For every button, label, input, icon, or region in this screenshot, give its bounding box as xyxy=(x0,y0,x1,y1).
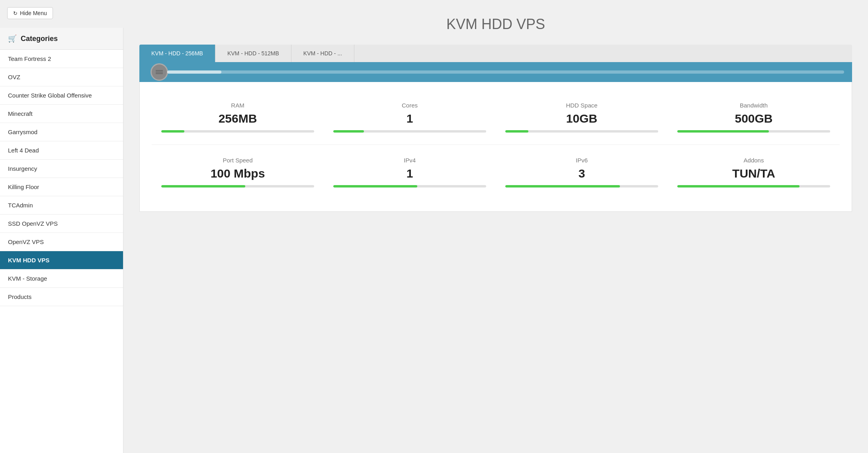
spec-item-4: Port Speed 100 Mbps xyxy=(152,149,324,195)
layout: 🛒 Categories Team Fortress 2OVZCounter S… xyxy=(0,0,868,453)
spec-bar-fill-1 xyxy=(333,130,364,133)
spec-value-7: TUN/TA xyxy=(677,167,830,180)
sidebar-item-ssd-openvz-vps[interactable]: SSD OpenVZ VPS xyxy=(0,215,123,233)
sidebar-item-team-fortress-2[interactable]: Team Fortress 2 xyxy=(0,50,123,68)
cart-icon: 🛒 xyxy=(8,34,17,43)
specs-divider xyxy=(152,144,840,145)
spec-bar-7 xyxy=(677,185,830,187)
tabs-wrapper: KVM - HDD - 256MBKVM - HDD - 512MBKVM - … xyxy=(139,45,852,62)
spec-bar-fill-6 xyxy=(505,185,620,187)
spec-bar-fill-0 xyxy=(161,130,184,133)
spec-bar-0 xyxy=(161,130,314,133)
slider-track[interactable] xyxy=(167,70,844,74)
spec-value-4: 100 Mbps xyxy=(161,167,314,180)
spec-bar-6 xyxy=(505,185,658,187)
spec-label-2: HDD Space xyxy=(505,102,658,109)
spec-bar-2 xyxy=(505,130,658,133)
sidebar-item-left-4-dead[interactable]: Left 4 Dead xyxy=(0,141,123,160)
tab-512mb[interactable]: KVM - HDD - 512MB xyxy=(215,45,291,62)
spec-bar-fill-3 xyxy=(677,130,769,133)
sidebar-header: 🛒 Categories xyxy=(0,28,123,50)
sidebar-item-insurgency[interactable]: Insurgency xyxy=(0,160,123,178)
sidebar-item-kvm-storage[interactable]: KVM - Storage xyxy=(0,269,123,288)
sidebar-item-garrysmod[interactable]: Garrysmod xyxy=(0,123,123,141)
sidebar-nav: Team Fortress 2OVZCounter Strike Global … xyxy=(0,50,123,306)
spec-label-4: Port Speed xyxy=(161,157,314,164)
spec-item-2: HDD Space 10GB xyxy=(496,94,668,141)
sidebar-item-kvm-hdd-vps[interactable]: KVM HDD VPS xyxy=(0,251,123,269)
spec-bar-fill-2 xyxy=(505,130,528,133)
spec-item-5: IPv4 1 xyxy=(324,149,496,195)
spec-value-3: 500GB xyxy=(677,112,830,125)
refresh-icon: ↻ xyxy=(13,10,18,16)
spec-value-1: 1 xyxy=(333,112,486,125)
spec-item-1: Cores 1 xyxy=(324,94,496,141)
spec-label-3: Bandwidth xyxy=(677,102,830,109)
spec-label-7: Addons xyxy=(677,157,830,164)
spec-label-1: Cores xyxy=(333,102,486,109)
page-title: KVM HDD VPS xyxy=(139,16,852,33)
spec-label-5: IPv4 xyxy=(333,157,486,164)
sidebar-item-products[interactable]: Products xyxy=(0,288,123,306)
specs-grid: RAM 256MB Cores 1 HDD Space 10GB Bandwid… xyxy=(152,94,840,195)
spec-bar-5 xyxy=(333,185,486,187)
spec-bar-4 xyxy=(161,185,314,187)
hide-menu-button[interactable]: ↻ Hide Menu xyxy=(7,7,53,19)
sidebar-item-killing-floor[interactable]: Killing Floor xyxy=(0,178,123,196)
spec-bar-1 xyxy=(333,130,486,133)
spec-value-6: 3 xyxy=(505,167,658,180)
spec-item-0: RAM 256MB xyxy=(152,94,324,141)
spec-label-0: RAM xyxy=(161,102,314,109)
spec-value-5: 1 xyxy=(333,167,486,180)
spec-value-2: 10GB xyxy=(505,112,658,125)
spec-bar-fill-4 xyxy=(161,185,245,187)
spec-label-6: IPv6 xyxy=(505,157,658,164)
spec-bar-fill-7 xyxy=(677,185,800,187)
slider-row xyxy=(139,62,852,82)
spec-item-3: Bandwidth 500GB xyxy=(668,94,840,141)
main-content: KVM HDD VPS KVM - HDD - 256MBKVM - HDD -… xyxy=(123,0,868,453)
spec-value-0: 256MB xyxy=(161,112,314,125)
sidebar-item-tcadmin[interactable]: TCAdmin xyxy=(0,196,123,215)
slider-handle[interactable] xyxy=(151,63,168,81)
sidebar-item-minecraft[interactable]: Minecraft xyxy=(0,105,123,123)
sidebar: 🛒 Categories Team Fortress 2OVZCounter S… xyxy=(0,28,123,453)
sidebar-item-counter-strike[interactable]: Counter Strike Global Offensive xyxy=(0,86,123,105)
spec-bar-fill-5 xyxy=(333,185,417,187)
tab-more[interactable]: KVM - HDD - ... xyxy=(291,45,354,62)
spec-item-6: IPv6 3 xyxy=(496,149,668,195)
hide-menu-label: Hide Menu xyxy=(20,10,47,16)
spec-item-7: Addons TUN/TA xyxy=(668,149,840,195)
sidebar-item-ovz[interactable]: OVZ xyxy=(0,68,123,86)
sidebar-item-openvz-vps[interactable]: OpenVZ VPS xyxy=(0,233,123,251)
slider-fill xyxy=(167,70,221,74)
spec-bar-3 xyxy=(677,130,830,133)
content-card: RAM 256MB Cores 1 HDD Space 10GB Bandwid… xyxy=(139,82,852,212)
sidebar-title: Categories xyxy=(21,35,58,43)
tab-256mb[interactable]: KVM - HDD - 256MB xyxy=(139,45,215,62)
